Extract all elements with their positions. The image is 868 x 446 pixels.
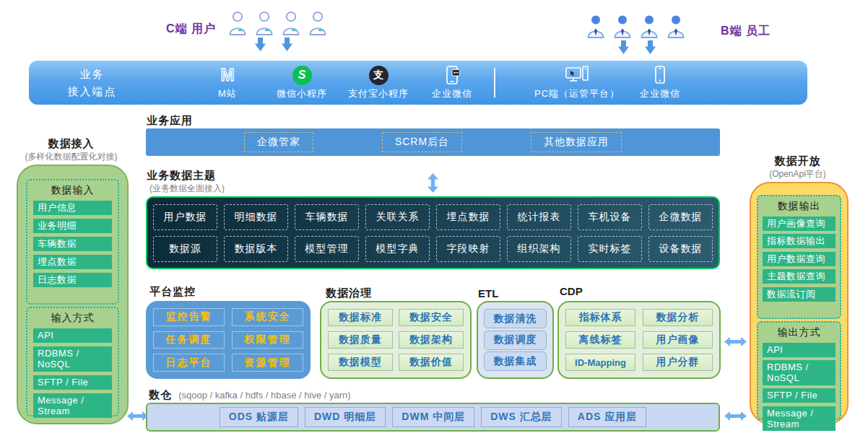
b-staff-label: B端 员工 (721, 24, 771, 39)
governance-item: 数据标准 (328, 309, 393, 326)
topic-cell: 设备数据 (648, 236, 713, 262)
etl-item: 数据清洗 (484, 309, 547, 328)
topic-cell: 实时标签 (578, 236, 642, 262)
warehouse-title: 数仓 (sqoop / kafka / hdfs / hbase / hive … (149, 388, 351, 402)
app-layer-bar: 企微管家SCRM后台其他数据应用 (146, 128, 720, 156)
topic-cell: 车机设备 (578, 204, 642, 230)
topic-cell: 车辆数据 (295, 204, 359, 230)
pc-icon (565, 64, 589, 86)
cdp-item: 用户分群 (643, 354, 713, 371)
staff-icon (667, 14, 685, 42)
governance-item: 数据模型 (328, 354, 393, 371)
staff-icon (613, 14, 632, 42)
user-outline-icon (308, 10, 327, 39)
app-item: SCRM后台 (382, 132, 462, 152)
data-input-item: 业务明细 (33, 219, 112, 233)
monitor-item: 任务调度 (153, 331, 225, 349)
topic-box: 用户数据明细数据车辆数据关联关系埋点数据统计报表车机设备企微数据 数据源数据版本… (146, 196, 720, 269)
input-method-item: SFTP / File (33, 375, 112, 390)
endpoint-label: 支付宝小程序 (348, 87, 409, 100)
monitor-item: 资源管理 (232, 354, 303, 372)
group-title: 数据输出 (758, 200, 840, 213)
topic-cell: 数据版本 (224, 236, 288, 262)
staff-icon (640, 14, 659, 42)
etl-title: ETL (478, 287, 498, 299)
leftright-arrow-icon (724, 411, 747, 424)
right-panel-subtitle: (OpenApi平台) (750, 168, 846, 180)
wecom-icon (442, 64, 462, 86)
governance-box: 数据标准数据安全数据质量数据架构数据模型数据价值 (320, 301, 472, 379)
input-method-item: RDBMS / NoSQL (33, 346, 112, 372)
down-arrow-icon (645, 40, 656, 57)
input-method-item: Message / Stream (33, 393, 112, 419)
input-method-group: 输入方式 APIRDBMS / NoSQLSFTP / FileMessage … (26, 307, 119, 416)
warehouse-item: DWS 汇总层 (481, 407, 562, 427)
b-staff-group (586, 14, 685, 42)
monitor-item: 权限管理 (232, 331, 303, 349)
topic-layer-title: 业务数据主题 (147, 169, 216, 183)
app-item: 其他数据应用 (531, 132, 622, 152)
endpoint-label: 企业微信 (432, 87, 472, 100)
monitor-item: 日志平台 (153, 354, 225, 372)
topic-cell: 关联关系 (365, 204, 430, 230)
group-title: 输入方式 (27, 312, 118, 325)
cdp-title: CDP (560, 285, 583, 297)
c-users-label: C端 用户 (166, 22, 216, 37)
topic-cell: 组织架构 (507, 236, 571, 262)
data-input-item: 埋点数据 (33, 255, 112, 269)
group-title: 数据输入 (27, 184, 118, 197)
data-access-panel: 数据输入 用户信息业务明细车辆数据埋点数据日志数据 输入方式 APIRDBMS … (17, 165, 129, 424)
down-arrow-icon (255, 38, 266, 54)
topic-cell: 统计报表 (507, 204, 571, 230)
topic-cell: 埋点数据 (436, 204, 500, 230)
data-input-group: 数据输入 用户信息业务明细车辆数据埋点数据日志数据 (26, 179, 119, 305)
c-users-group (228, 10, 327, 39)
output-method-item: SFTP / File (763, 388, 836, 403)
governance-item: 数据价值 (399, 354, 464, 371)
cdp-item: 指标体系 (565, 309, 635, 326)
left-panel-title: 数据接入 (17, 137, 126, 151)
data-output-group: 数据输出 用户画像查询指标数据输出用户数据查询主题数据查询数据流订阅 (757, 195, 841, 319)
topic-cell: 字段映射 (436, 236, 500, 262)
governance-item: 数据安全 (399, 309, 464, 326)
access-banner: 业务 接入端点 M M站 S 微信小程序 支 支付宝小程序 企业微信 PC端（运… (29, 61, 807, 105)
alipay-miniprogram-icon: 支 (369, 64, 389, 86)
governance-title: 数据治理 (326, 287, 372, 300)
governance-item: 数据质量 (328, 331, 393, 349)
monitor-box: 监控告警系统安全任务调度权限管理日志平台资源管理 (146, 301, 311, 379)
monitor-title: 平台监控 (149, 285, 196, 299)
warehouse-item: DWD 明细层 (305, 407, 386, 427)
warehouse-item: ODS 贴源层 (220, 407, 298, 427)
data-output-item: 用户画像查询 (763, 217, 836, 231)
user-outline-icon (228, 10, 247, 39)
endpoint-wecom-mobile: 企业微信 (613, 64, 707, 100)
topic-cell: 明细数据 (224, 204, 288, 230)
topic-cell: 企微数据 (648, 204, 713, 230)
endpoint-pc: PC端（运管平台） (530, 64, 624, 100)
monitor-item: 监控告警 (153, 308, 225, 326)
phone-icon (650, 64, 670, 86)
topic-cell: 用户数据 (153, 204, 217, 230)
data-output-item: 用户数据查询 (763, 252, 836, 266)
data-output-item: 指标数据输出 (763, 234, 836, 248)
group-title: 输出方式 (758, 326, 840, 339)
output-method-item: API (763, 343, 836, 357)
input-method-item: API (33, 328, 112, 343)
cdp-item: ID-Mapping (565, 354, 635, 371)
warehouse-bar: ODS 贴源层DWD 明细层DWM 中间层DWS 汇总层ADS 应用层 (146, 403, 720, 432)
banner-title: 业务 接入端点 (29, 61, 155, 105)
etl-box: 数据清洗数据调度数据集成 (477, 301, 554, 379)
output-method-group: 输出方式 APIRDBMS / NoSQLSFTP / FileMessage … (757, 321, 841, 420)
down-arrow-icon (618, 40, 629, 57)
endpoint-label: 微信小程序 (277, 87, 327, 100)
app-layer-title: 业务应用 (147, 114, 193, 128)
cdp-box: 指标体系数据分析离线标签用户画像ID-Mapping用户分群 (557, 301, 721, 379)
leftright-arrow-icon (724, 336, 747, 349)
topic-cell: 模型管理 (295, 236, 359, 262)
warehouse-item: ADS 应用层 (568, 407, 646, 427)
data-input-item: 日志数据 (33, 273, 112, 287)
warehouse-item: DWM 中间层 (392, 407, 474, 427)
endpoint-label: 企业微信 (640, 87, 680, 100)
cdp-item: 离线标签 (565, 331, 635, 349)
m-site-icon: M (220, 64, 234, 86)
